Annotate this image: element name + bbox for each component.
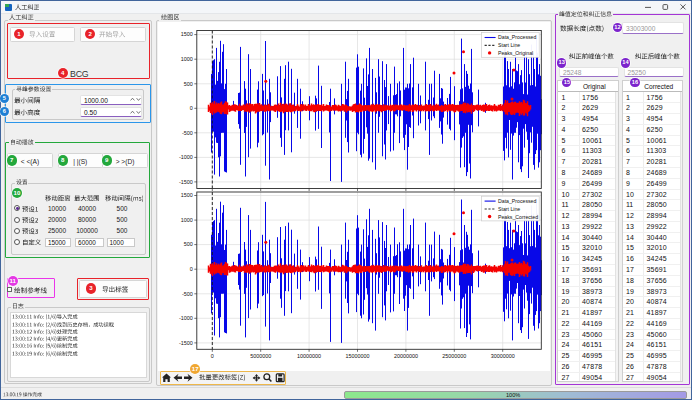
- svg-text:-500: -500: [182, 291, 193, 297]
- svg-text:Data_Processed: Data_Processed: [498, 198, 536, 204]
- svg-text:-1000: -1000: [179, 315, 193, 321]
- svg-text:Peaks_Original: Peaks_Original: [498, 50, 533, 56]
- svg-text:0: 0: [190, 105, 193, 111]
- svg-text:Start Line: Start Line: [498, 42, 520, 48]
- svg-text:-1500: -1500: [179, 340, 193, 346]
- svg-text:20000000: 20000000: [394, 353, 418, 359]
- svg-text:-1000: -1000: [179, 154, 193, 160]
- svg-text:-1500: -1500: [179, 179, 193, 185]
- svg-text:Start Line: Start Line: [498, 206, 520, 212]
- svg-text:1000: 1000: [181, 217, 193, 223]
- svg-text:10000000: 10000000: [297, 353, 321, 359]
- svg-text:500: 500: [184, 241, 193, 247]
- svg-text:5000000: 5000000: [250, 353, 271, 359]
- svg-text:1000: 1000: [181, 56, 193, 62]
- svg-text:Peaks_Corrected: Peaks_Corrected: [498, 214, 538, 220]
- svg-text:15000000: 15000000: [346, 353, 370, 359]
- svg-text:25000000: 25000000: [442, 353, 466, 359]
- svg-text:Data_Processed: Data_Processed: [498, 34, 536, 40]
- svg-text:0: 0: [190, 266, 193, 272]
- svg-text:500: 500: [184, 81, 193, 87]
- svg-text:1500: 1500: [181, 31, 193, 37]
- svg-text:0: 0: [211, 353, 214, 359]
- svg-text:30000000: 30000000: [491, 353, 515, 359]
- svg-text:1500: 1500: [181, 192, 193, 198]
- svg-text:-500: -500: [182, 130, 193, 136]
